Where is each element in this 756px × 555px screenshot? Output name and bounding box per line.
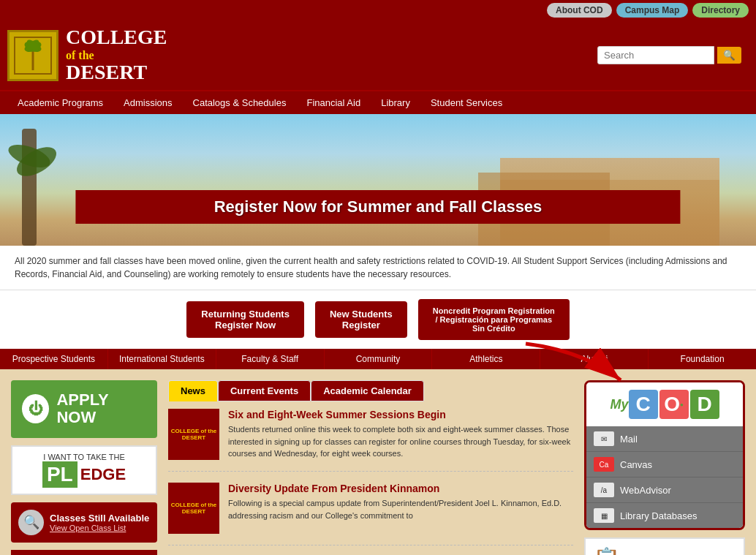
news-text: Following is a special campus update fro… — [228, 497, 573, 521]
center-content: News Current Events Academic Calendar CO… — [157, 380, 584, 555]
lib-icon: ▦ — [594, 508, 614, 523]
mycod-links: ✉ Mail Ca Canvas /a WebAdvisor ▦ Library… — [586, 426, 743, 528]
noncredit-line1: Noncredit Program Registration — [433, 306, 555, 315]
tab-news[interactable]: News — [168, 380, 218, 401]
directory-button[interactable]: Directory — [692, 3, 749, 18]
news-text: Students returned online this week to co… — [228, 423, 573, 460]
search-area: 🔍 — [597, 46, 741, 64]
pledge-banner[interactable]: I WANT TO TAKE THE PL EDGE — [11, 445, 157, 495]
mycod-my-label: My — [610, 397, 628, 412]
search-input[interactable] — [597, 46, 714, 64]
news-thumb-college: COLLEGE of the DESERT — [168, 428, 219, 441]
tab-events[interactable]: Current Events — [218, 380, 311, 401]
mycod-link-lib[interactable]: ▦ Library Databases — [586, 503, 743, 528]
secnav-alumni[interactable]: Alumni — [540, 349, 649, 369]
site-header: COLLEGE of the DESERT 🔍 — [0, 20, 756, 90]
new-students-line1: New Students — [330, 309, 393, 320]
returning-students-line2: Register Now — [201, 320, 290, 331]
noncredit-button[interactable]: Noncredit Program Registration / Registr… — [418, 299, 570, 340]
tab-calendar[interactable]: Academic Calendar — [311, 380, 424, 401]
nav-item-library[interactable]: Library — [371, 91, 420, 114]
pledge-edge-text: EDGE — [80, 465, 126, 484]
mycod-link-web[interactable]: /a WebAdvisor — [586, 477, 743, 503]
news-tabs: News Current Events Academic Calendar — [168, 380, 573, 401]
mycod-c-letter: C — [629, 390, 658, 419]
main-nav: Academic ProgramsAdmissionsCatalogs & Sc… — [0, 90, 756, 114]
secnav-prospective-students[interactable]: Prospective Students — [0, 349, 108, 369]
news-body: Six and Eight-Week Summer Sessions Begin… — [228, 409, 573, 460]
news-thumb: COLLEGE of the DESERT — [168, 409, 219, 460]
top-bar: About COD Campus Map Directory — [0, 0, 756, 20]
apply-now-button[interactable]: ⏻ APPLY NOW — [11, 380, 157, 437]
hero-title: Register Now for Summer and Fall Classes — [97, 197, 658, 216]
nav-item-academic-programs[interactable]: Academic Programs — [7, 91, 113, 114]
guided-pathways-banner[interactable]: 📋 GUIDED PATHWAYS — [584, 537, 745, 555]
noncredit-line2: / Registración para Programas — [433, 315, 555, 324]
right-sidebar: My C O ● D ✉ Mail Ca Canvas /a WebAdviso… — [584, 380, 745, 555]
about-cod-button[interactable]: About COD — [547, 3, 612, 18]
mycod-link-label: Mail — [620, 434, 638, 445]
hero-image: Register Now for Summer and Fall Classes — [0, 114, 756, 246]
news-item: COLLEGE of the DESERT Six and Eight-Week… — [168, 409, 573, 472]
left-sidebar: ⏻ APPLY NOW I WANT TO TAKE THE PL EDGE 🔍… — [11, 380, 157, 555]
mail-icon: ✉ — [594, 431, 614, 446]
coronavirus-banner[interactable]: Coronavirus — [11, 550, 157, 555]
classes-title: Classes Still Available — [50, 513, 149, 524]
pledge-pl-text: PL — [42, 461, 78, 488]
new-students-line2: Register — [330, 320, 393, 331]
secondary-nav: Prospective StudentsInternational Studen… — [0, 349, 756, 369]
returning-students-button[interactable]: Returning Students Register Now — [186, 301, 304, 338]
college-name-text: COLLEGE of the DESERT — [66, 26, 167, 84]
covid-text: All 2020 summer and fall classes have be… — [15, 254, 741, 281]
power-icon: ⏻ — [22, 394, 49, 423]
college-logo — [7, 30, 58, 81]
nav-item-catalogs-&-schedules[interactable]: Catalogs & Schedules — [183, 91, 297, 114]
news-list: COLLEGE of the DESERT Six and Eight-Week… — [168, 409, 573, 545]
classes-banner[interactable]: 🔍 Classes Still Available View Open Clas… — [11, 502, 157, 543]
apply-now-label: APPLY NOW — [56, 391, 146, 426]
mycod-header: My C O ● D — [586, 382, 743, 426]
news-item: COLLEGE of the DESERT Diversity Update F… — [168, 483, 573, 545]
mycod-logo: C O ● D — [629, 390, 719, 419]
logo-area: COLLEGE of the DESERT — [7, 26, 167, 84]
main-content: ⏻ APPLY NOW I WANT TO TAKE THE PL EDGE 🔍… — [0, 369, 756, 555]
news-title[interactable]: Six and Eight-Week Summer Sessions Begin — [228, 409, 573, 420]
news-body: Diversity Update From President Kinnamon… — [228, 483, 573, 534]
mycod-link-canvas[interactable]: Ca Canvas — [586, 452, 743, 477]
mycod-o-letter: O ● — [659, 390, 689, 419]
classes-sub: View Open Class List — [50, 524, 149, 532]
secnav-community[interactable]: Community — [325, 349, 433, 369]
news-thumb: COLLEGE of the DESERT — [168, 483, 219, 534]
search-icon: 🔍 — [723, 50, 736, 61]
news-title[interactable]: Diversity Update From President Kinnamon — [228, 483, 573, 494]
web-icon: /a — [594, 483, 614, 497]
nav-item-financial-aid[interactable]: Financial Aid — [296, 91, 371, 114]
secnav-athletics[interactable]: Athletics — [432, 349, 540, 369]
magnifier-icon: 🔍 — [18, 510, 44, 535]
hero-banner: Register Now for Summer and Fall Classes — [75, 190, 680, 224]
noncredit-line3: Sin Crédito — [433, 324, 555, 333]
mycod-link-label: Library Databases — [620, 510, 698, 521]
mycod-d-letter: D — [690, 390, 719, 419]
secnav-faculty-&-staff[interactable]: Faculty & Staff — [216, 349, 325, 369]
campus-map-button[interactable]: Campus Map — [616, 3, 689, 18]
canvas-icon: Ca — [594, 457, 614, 472]
news-thumb-college: COLLEGE of the DESERT — [168, 502, 219, 515]
mycod-link-label: Canvas — [620, 459, 652, 470]
secnav-international-students[interactable]: International Students — [108, 349, 216, 369]
guided-pathways-icon: 📋 — [593, 546, 620, 555]
search-button[interactable]: 🔍 — [717, 47, 741, 64]
covid-notice: All 2020 summer and fall classes have be… — [0, 246, 756, 290]
hero-section: Register Now for Summer and Fall Classes — [0, 114, 756, 246]
nav-item-admissions[interactable]: Admissions — [113, 91, 182, 114]
mycod-link-label: WebAdvisor — [620, 485, 671, 496]
mycod-link-mail[interactable]: ✉ Mail — [586, 426, 743, 452]
pledge-want-text: I WANT TO TAKE THE — [18, 453, 150, 461]
mycod-card: My C O ● D ✉ Mail Ca Canvas /a WebAdviso… — [584, 380, 745, 530]
cta-row: Returning Students Register Now New Stud… — [0, 290, 756, 349]
nav-item-student-services[interactable]: Student Services — [420, 91, 513, 114]
new-students-button[interactable]: New Students Register — [315, 301, 407, 338]
returning-students-line1: Returning Students — [201, 309, 290, 320]
secnav-foundation[interactable]: Foundation — [649, 349, 756, 369]
